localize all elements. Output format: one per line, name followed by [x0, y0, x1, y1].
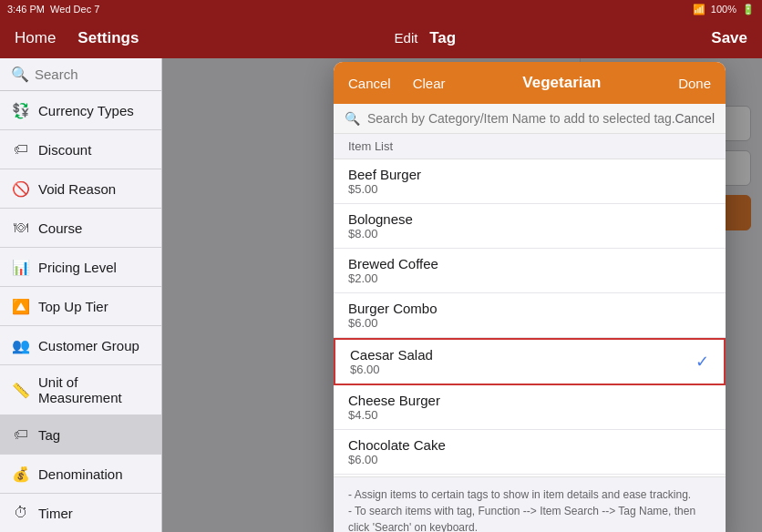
item-row-name: Chocolate Cake	[348, 437, 711, 453]
sidebar-search-bar[interactable]: 🔍	[0, 58, 161, 91]
sidebar-label-tag: Tag	[38, 427, 150, 443]
item-row-info: Brewed Coffee $2.00	[348, 256, 711, 285]
modal-done-btn[interactable]: Done	[678, 76, 711, 91]
modal-cancel-btn[interactable]: Cancel	[348, 76, 391, 91]
sidebar-label-customer-group: Customer Group	[38, 338, 150, 353]
item-row[interactable]: Bolognese $8.00	[334, 204, 726, 249]
nav-left: Home Settings	[15, 29, 139, 47]
sidebar-label-discount: Discount	[38, 142, 150, 158]
sidebar-item-discount[interactable]: 🏷 Discount	[0, 130, 161, 169]
sidebar-label-denomination: Denomination	[38, 466, 150, 482]
item-row[interactable]: Brewed Coffee $2.00	[334, 249, 726, 293]
item-row-info: Burger Combo $6.00	[348, 301, 711, 330]
sidebar-item-course[interactable]: 🍽 Course	[0, 209, 161, 248]
modal-footer-line-2: - To search items with tag, Function -->…	[348, 503, 711, 532]
item-row-info: Bolognese $8.00	[348, 211, 711, 240]
tag-icon: 🏷	[11, 425, 31, 445]
modal-overlay: Cancel Clear Vegetarian Done 🔍 Cancel It…	[162, 58, 762, 532]
item-row-info: Caesar Salad $6.00	[350, 347, 695, 376]
wifi-icon: 📶	[693, 4, 705, 15]
sidebar-label-unit-of-measurement: Unit of Measurement	[38, 374, 150, 405]
sidebar-item-customer-group[interactable]: 👥 Customer Group	[0, 326, 161, 365]
item-list-header: Item List	[334, 134, 726, 159]
item-row-name: Cheese Burger	[348, 393, 711, 408]
nav-edit-btn[interactable]: Edit	[395, 30, 418, 46]
sidebar-item-top-up-tier[interactable]: 🔼 Top Up Tier	[0, 287, 161, 326]
modal-search-cancel-btn[interactable]: Cancel	[674, 111, 715, 126]
item-row-name: Burger Combo	[348, 301, 711, 316]
sidebar-label-top-up-tier: Top Up Tier	[38, 299, 150, 314]
nav-save-btn[interactable]: Save	[711, 29, 747, 47]
modal-footer: - Assign items to certain tags to show i…	[334, 476, 726, 532]
sidebar-label-void-reason: Void Reason	[38, 181, 150, 197]
sidebar-item-pricing-level[interactable]: 📊 Pricing Level	[0, 248, 161, 287]
sidebar-item-currency-types[interactable]: 💱 Currency Types	[0, 91, 161, 130]
item-row-name: Beef Burger	[348, 167, 711, 182]
item-row-name: Caesar Salad	[350, 347, 695, 363]
battery-icon: 🔋	[742, 4, 755, 15]
sidebar-label-pricing-level: Pricing Level	[38, 260, 150, 275]
item-row-price: $2.00	[348, 271, 711, 285]
nav-bar: Home Settings Edit Tag Save	[0, 18, 762, 58]
content-area: Settings 1 Assigned 2 Assigned Assign It…	[162, 58, 762, 532]
modal-search-input[interactable]	[367, 111, 674, 126]
item-row-price: $4.50	[348, 408, 711, 422]
sidebar-items: 💱 Currency Types 🏷 Discount 🚫 Void Reaso…	[0, 91, 161, 532]
sidebar-item-unit-of-measurement[interactable]: 📏 Unit of Measurement	[0, 365, 161, 415]
item-check-icon: ✓	[695, 352, 709, 372]
status-time: 3:46 PM Wed Dec 7	[7, 4, 99, 15]
modal-title: Vegetarian	[446, 74, 679, 92]
modal-clear-btn[interactable]: Clear	[413, 76, 446, 91]
search-icon: 🔍	[11, 66, 29, 83]
item-row-price: $6.00	[348, 316, 711, 330]
timer-icon: ⏱	[11, 503, 31, 523]
item-row-info: Chocolate Cake $6.00	[348, 437, 711, 466]
void-reason-icon: 🚫	[11, 179, 31, 199]
item-row[interactable]: Chocolate Cake $6.00	[334, 430, 726, 475]
top-up-tier-icon: 🔼	[11, 296, 31, 316]
item-row-name: Bolognese	[348, 211, 711, 227]
modal-footer-line-1: - Assign items to certain tags to show i…	[348, 486, 711, 503]
item-row-price: $6.00	[350, 363, 695, 376]
sidebar-label-timer: Timer	[38, 506, 150, 521]
status-icons: 📶 100% 🔋	[693, 4, 755, 15]
sidebar-label-currency-types: Currency Types	[38, 103, 150, 118]
main-layout: 🔍 💱 Currency Types 🏷 Discount 🚫 Void Rea…	[0, 58, 762, 532]
unit-of-measurement-icon: 📏	[11, 380, 31, 400]
discount-icon: 🏷	[11, 139, 31, 159]
sidebar-item-timer[interactable]: ⏱ Timer	[0, 494, 161, 532]
item-row-info: Cheese Burger $4.50	[348, 393, 711, 422]
sidebar-item-denomination[interactable]: 💰 Denomination	[0, 455, 161, 494]
search-input[interactable]	[35, 66, 150, 82]
currency-types-icon: 💱	[11, 100, 31, 120]
nav-home[interactable]: Home	[15, 29, 56, 47]
nav-edit-label: Edit Tag	[139, 29, 711, 47]
item-row[interactable]: Cheese Burger $4.50	[334, 385, 726, 430]
item-row-price: $5.00	[348, 182, 711, 196]
pricing-level-icon: 📊	[11, 257, 31, 277]
nav-title: Tag	[429, 29, 456, 46]
denomination-icon: 💰	[11, 464, 31, 484]
sidebar-label-course: Course	[38, 220, 150, 236]
modal-header: Cancel Clear Vegetarian Done	[334, 62, 726, 104]
item-row-info: Beef Burger $5.00	[348, 167, 711, 196]
item-list: Beef Burger $5.00 Bolognese $8.00 Brewed…	[334, 159, 726, 476]
item-row[interactable]: Beef Burger $5.00	[334, 159, 726, 204]
sidebar: 🔍 💱 Currency Types 🏷 Discount 🚫 Void Rea…	[0, 58, 162, 532]
battery-label: 100%	[711, 4, 736, 15]
item-row-price: $6.00	[348, 453, 711, 466]
modal-search-icon: 🔍	[345, 111, 360, 126]
item-row-name: Brewed Coffee	[348, 256, 711, 271]
item-row[interactable]: Burger Combo $6.00	[334, 293, 726, 338]
sidebar-item-tag[interactable]: 🏷 Tag	[0, 415, 161, 455]
nav-settings[interactable]: Settings	[77, 29, 139, 47]
item-row-price: $8.00	[348, 227, 711, 240]
status-bar: 3:46 PM Wed Dec 7 📶 100% 🔋	[0, 0, 762, 18]
item-row[interactable]: Caesar Salad $6.00 ✓	[334, 338, 726, 385]
customer-group-icon: 👥	[11, 335, 31, 355]
modal-search-bar[interactable]: 🔍 Cancel	[334, 104, 726, 134]
sidebar-item-void-reason[interactable]: 🚫 Void Reason	[0, 169, 161, 209]
modal: Cancel Clear Vegetarian Done 🔍 Cancel It…	[334, 62, 726, 532]
course-icon: 🍽	[11, 218, 31, 238]
